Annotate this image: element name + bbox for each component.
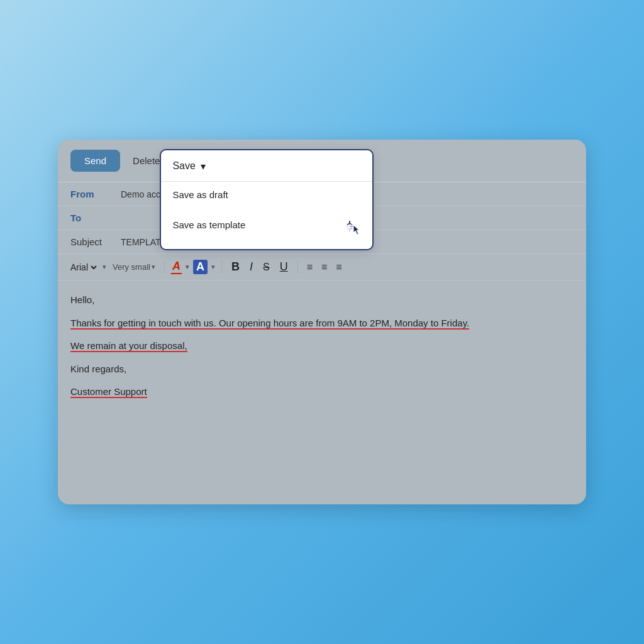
svg-line-1: [351, 223, 352, 224]
body-line3: We remain at your disposal,: [70, 339, 574, 353]
svg-line-3: [351, 228, 352, 228]
save-as-template-item[interactable]: Save as template: [161, 208, 372, 243]
save-as-template-label: Save as template: [172, 219, 245, 230]
save-as-draft-item[interactable]: Save as draft: [161, 182, 372, 208]
body-line5-text: Customer Support: [70, 386, 147, 398]
separator-3: [297, 261, 298, 274]
align-right-button[interactable]: ≡: [333, 260, 344, 274]
save-as-draft-label: Save as draft: [172, 189, 228, 200]
font-bg-button[interactable]: A: [193, 260, 208, 274]
font-color-button[interactable]: A: [171, 260, 182, 274]
spinner-cursor-svg: [341, 215, 361, 235]
font-size-chevron-icon: ▾: [152, 263, 155, 271]
body-line2: Thanks for getting in touch with us. Our…: [70, 316, 574, 331]
save-dropdown-wrapper: Save ▾ Save ▾ Save as draft Save as temp…: [172, 155, 203, 167]
body-line4: Kind regards,: [70, 362, 574, 377]
font-color-chevron-icon: ▾: [186, 263, 189, 271]
loading-spinner-icon: [341, 215, 361, 235]
strikethrough-button[interactable]: S: [260, 260, 273, 274]
separator-1: [164, 261, 165, 274]
from-label: From: [70, 189, 121, 199]
body-line3-text: We remain at your disposal,: [70, 340, 187, 352]
bold-button[interactable]: B: [228, 259, 243, 275]
font-size-label: Very small: [113, 262, 150, 272]
svg-line-7: [348, 223, 349, 224]
email-compose-card: Send Delete Save ▾ Save ▾ Save as draft …: [58, 140, 586, 504]
underline-button[interactable]: U: [277, 259, 291, 275]
align-center-button[interactable]: ≡: [319, 260, 330, 274]
font-family-select[interactable]: Arial: [68, 262, 99, 273]
align-left-button[interactable]: ≡: [304, 260, 315, 274]
body-line2-text: Thanks for getting in touch with us. Our…: [70, 318, 469, 330]
font-family-chevron-icon: ▾: [103, 263, 106, 271]
save-dropdown-menu: Save ▾ Save as draft Save as template: [160, 149, 374, 250]
delete-button[interactable]: Delete: [133, 155, 160, 166]
formatting-toolbar: Arial ▾ Very small ▾ A ▾ A ▾ B I S U ≡ ≡…: [58, 254, 586, 280]
subject-label: Subject: [70, 236, 121, 247]
separator-2: [221, 261, 222, 274]
body-line5: Customer Support: [70, 385, 574, 399]
dropdown-header-label: Save: [172, 160, 195, 172]
italic-button[interactable]: I: [247, 259, 256, 275]
font-size-dropdown[interactable]: Very small ▾: [110, 262, 158, 272]
svg-marker-8: [353, 225, 359, 235]
toolbar: Send Delete Save ▾ Save ▾ Save as draft …: [58, 140, 586, 182]
send-button[interactable]: Send: [70, 150, 120, 172]
dropdown-header-chevron-icon: ▾: [201, 160, 206, 172]
font-bg-chevron-icon: ▾: [211, 263, 215, 271]
save-dropdown-header: Save ▾: [161, 157, 372, 182]
to-label: To: [70, 213, 121, 223]
svg-line-5: [348, 228, 349, 228]
email-body[interactable]: Hello, Thanks for getting in touch with …: [58, 280, 586, 421]
body-line1: Hello,: [70, 293, 574, 308]
